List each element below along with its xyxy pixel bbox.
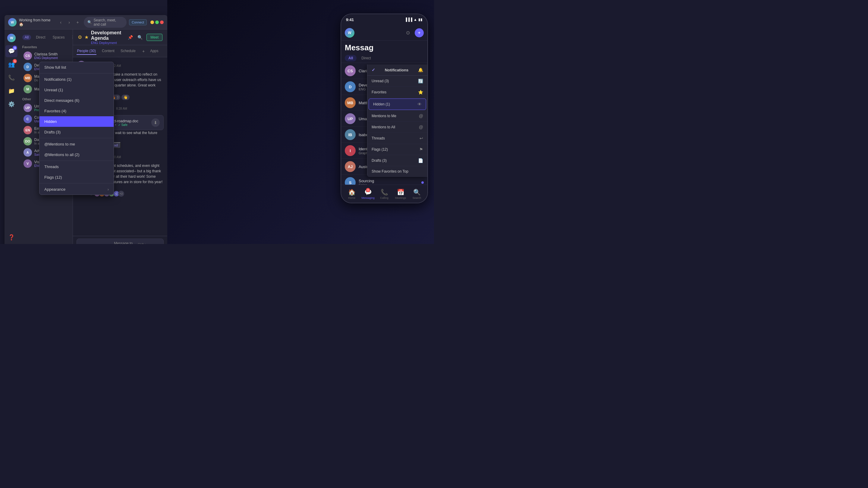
tab-content[interactable]: Content [101,47,115,55]
nav-buttons: ‹ › + [57,19,82,26]
teams-badge: 1 [13,59,17,63]
pin-button[interactable]: 📌 [126,33,134,41]
dropdown-item-label: Drafts (3) [44,130,61,134]
tab-all[interactable]: All [22,35,31,40]
sidebar-item-files[interactable]: 📁 [5,85,18,97]
notif-panel-title: Notifications [385,68,409,72]
mobile-avatar[interactable]: W [345,28,354,38]
tab-people[interactable]: People (30) [76,47,96,55]
check-icon: ✓ [372,67,375,72]
meet-button[interactable]: Meet [147,34,162,41]
star-icon: ⭐ [418,90,423,95]
search-bar[interactable]: 🔍 Search, meet, and call [84,17,127,28]
calls-icon: 📞 [8,74,15,81]
notif-item-threads[interactable]: Threads ↩ [367,133,427,144]
mobile-add-button[interactable]: + [415,28,424,37]
close-button[interactable] [160,21,164,24]
notif-item-show-favorites[interactable]: Show Favorites on Top [367,166,427,177]
notif-item-label: Threads [372,136,385,140]
sidebar-avatar[interactable]: W [5,32,18,44]
favorites-label: Favorites [19,43,73,50]
tab-schedule[interactable]: Schedule [120,47,136,55]
dropdown-divider [39,161,114,161]
mobile-title: Messag [341,41,427,54]
mobile-nav-home[interactable]: 🏠 Home [344,189,360,199]
sidebar-item-apps[interactable]: ⚙️ [5,98,18,110]
dropdown-item-appearance[interactable]: Appearance › [39,184,114,195]
dropdown-item-show-full-list[interactable]: Show full list [39,62,114,73]
mobile-nav-meetings[interactable]: 📅 Meetings [393,189,409,199]
maximize-button[interactable] [155,21,159,24]
connect-button[interactable]: Connect [129,19,147,25]
status-icons: ▐▐▐ ▲ ▮▮ [405,18,423,22]
avatar: MB [345,97,355,108]
sidebar-item-help[interactable]: ❓ [5,231,18,243]
calling-icon: 📞 [381,189,388,196]
dropdown-item-direct-messages[interactable]: Direct messages (6) [39,95,114,106]
dropdown-item-favorites[interactable]: Favorites (4) [39,106,114,116]
message-input[interactable]: 😊 🖼 Aa @ 📎 Message to Development Agenda… [76,238,164,244]
minimize-button[interactable] [150,21,154,24]
notif-item-hidden[interactable]: Hidden (1) 👁 [369,98,426,110]
notif-item-unread[interactable]: Unread (3) 🔄 [367,76,427,87]
new-tab-button[interactable]: + [74,19,82,26]
notif-item-label: Mentions to Me [372,114,396,118]
mobile-bottom-nav: 🏠 Home 💬 Messaging 3 📞 Calling 📅 Meeting… [341,185,427,203]
tab-apps[interactable]: Apps [150,47,159,55]
mobile-video-button[interactable]: ⊙ [403,28,412,37]
dropdown-item-label: Hidden [44,119,57,124]
tab-direct[interactable]: Direct [33,35,48,40]
mobile-nav-search[interactable]: 🔍 Search [409,189,425,199]
list-item[interactable]: CS Clarissa Smith ENG Deployment [20,50,71,61]
unread-indicator [421,181,424,184]
dropdown-item-hidden[interactable]: Hidden [39,116,114,127]
dropdown-item-label: Notifications (1) [44,77,71,82]
contact-sub: Sales [359,183,418,185]
chat-badge: 4 [13,46,17,50]
mobile-inner: 9:41 ▐▐▐ ▲ ▮▮ W ⊙ + Messag All Direct [341,14,427,203]
avatar: CS [24,52,32,60]
battery-icon: ▮▮ [418,18,423,22]
notif-item-mentions-me[interactable]: Mentions to Me @ [367,110,427,122]
search-button[interactable]: 🔍 [135,33,144,41]
mobile-tab-all[interactable]: All [345,55,356,61]
dropdown-item-mentions-me[interactable]: @Mentions to me [39,139,114,150]
notif-panel-header: ✓ Notifications 🔔 [367,64,427,76]
search-placeholder: Search, meet, and call [94,18,123,27]
shift-hint: Shift + Enter for a new line [138,243,153,244]
sidebar-item-calls[interactable]: 📞 [5,72,18,84]
avatar: M [24,85,32,93]
notif-item-flags[interactable]: Flags (12) ⚑ [367,144,427,155]
chevron-right-icon: › [107,187,109,192]
mobile-tab-direct[interactable]: Direct [358,55,374,61]
sidebar-item-teams[interactable]: 👥 1 [5,59,18,70]
notification-panel: ✓ Notifications 🔔 Unread (3) 🔄 Favorites… [367,64,427,177]
add-tab-button[interactable]: + [142,49,145,54]
download-button[interactable]: ⬇ [151,119,160,127]
tab-spaces[interactable]: Spaces [50,35,67,40]
calling-label: Calling [380,196,389,199]
dropdown-item-threads[interactable]: Threads [39,161,114,172]
dropdown-item-unread[interactable]: Unread (1) [39,85,114,95]
at-icon: @ [419,125,423,130]
dropdown-item-label: Threads [44,164,59,169]
dropdown-item-label: @Mentions to all (2) [44,153,80,157]
avatar: DO [24,137,32,145]
dropdown-item-label: @Mentions to me [44,142,75,147]
sidebar-item-chat[interactable]: 💬 4 [5,45,18,57]
dropdown-item-mentions-all[interactable]: @Mentions to all (2) [39,150,114,160]
dropdown-item-notifications[interactable]: Notifications (1) [39,74,114,85]
back-button[interactable]: ‹ [57,19,64,26]
mobile-nav-calling[interactable]: 📞 Calling [376,189,393,199]
forward-button[interactable]: › [66,19,73,26]
mobile-nav-messaging[interactable]: 💬 Messaging 3 [360,189,376,199]
dropdown-item-flags[interactable]: Flags (12) [39,172,114,183]
notif-item-drafts[interactable]: Drafts (3) 📄 [367,155,427,166]
dropdown-divider [39,183,114,184]
at-icon: @ [419,113,423,119]
notif-item-favorites[interactable]: Favorites ⭐ [367,87,427,98]
reaction-item[interactable]: 👋 [121,95,130,100]
mobile-frame: 9:41 ▐▐▐ ▲ ▮▮ W ⊙ + Messag All Direct [341,13,428,203]
notif-item-mentions-all[interactable]: Mentions to All @ [367,122,427,133]
dropdown-item-drafts[interactable]: Drafts (3) [39,127,114,137]
